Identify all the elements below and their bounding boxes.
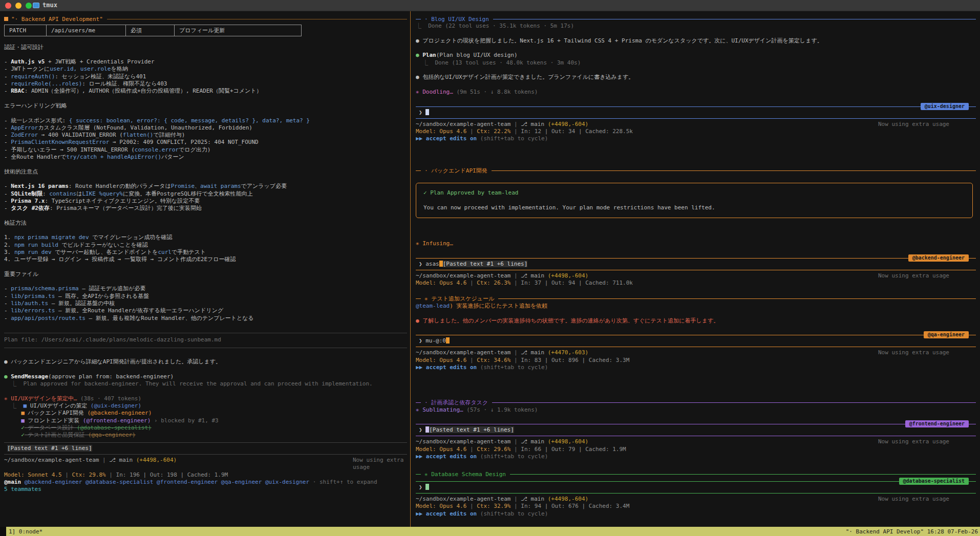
team-lead-output: 認証・認可設計- Auth.js v5 + JWT戦略 + Credential… — [4, 36, 407, 439]
terminal-line: Model: Opus 4.6 | Ctx: 34.6% | In: 83 | … — [416, 357, 976, 364]
agent-input-frontend-engineer[interactable]: @frontend-engineer ❯ [Pasted text #1 +6 … — [416, 424, 976, 436]
extra-usage-note: Now using extra usage — [878, 438, 976, 445]
terminal-line: ● プロジェクトの現状を把握しました。Next.js 16 + Tailwind… — [416, 37, 976, 45]
agent-input-database-specialist[interactable]: @database-specialist ❯ — [416, 481, 976, 494]
terminal-line: 3. npm run dev でサーバー起動し、各エンドポイントをcurlで手動… — [4, 249, 407, 256]
agent-accept-line[interactable]: ▶▶ accept edits on (shift+tab to cycle) — [416, 453, 976, 460]
terminal-line — [4, 366, 407, 373]
terminal-line: ✳ Infusing… — [416, 240, 976, 247]
terminal-line: ❯ — [419, 109, 976, 116]
terminal-line: You can now proceed with implementation.… — [423, 204, 965, 211]
window-title: tmux — [42, 2, 57, 9]
terminal-line — [4, 388, 407, 395]
terminal-line: Model: Opus 4.6 | Ctx: 29.6% | In: 66 | … — [416, 446, 976, 453]
terminal-line — [416, 325, 976, 332]
pane-title-plan-approval: · 計画承認と依存タスク — [416, 399, 976, 406]
terminal-line — [4, 227, 407, 234]
pane-team-lead[interactable]: "· Backend API Development" PATCH /api/u… — [0, 11, 410, 527]
minimize-button[interactable] — [15, 3, 22, 9]
terminal-icon — [33, 3, 39, 8]
terminal-line: ▶▶ accept edits on (shift+tab to cycle) — [416, 135, 976, 142]
terminal-line: - タスク #2依存: Prismaスキーマ（データベース設計）完了後に実装開始 — [4, 205, 407, 212]
agent-input-backend-engineer[interactable]: @backend-engineer ❯ asas[Pasted text #1 … — [416, 258, 976, 270]
team-lead-input[interactable]: [Pasted text #1 +6 lines] — [4, 442, 407, 455]
agent-pane-qa-engineer: ✳ テスト追加スケジュール @team-lead) 実装進捗に応じたテスト追加を… — [416, 295, 976, 372]
pane-title-database-schema: ✳ Database Schema Design — [416, 470, 976, 478]
terminal-line: 重要ファイル — [4, 271, 407, 278]
agent-output — [416, 175, 976, 182]
terminal-line: ● Plan(Plan blog UI/UX design) — [416, 52, 976, 59]
agent-badge-uix-designer: @uix-designer — [921, 103, 969, 110]
agent-model-line: Model: Opus 4.6 | Ctx: 29.6% | In: 66 | … — [416, 446, 976, 453]
terminal-line — [4, 278, 407, 285]
terminal-line: 4. ユーザー登録 → ログイン → 投稿作成 → 一覧取得 → コメント作成の… — [4, 256, 407, 263]
terminal-line — [4, 110, 407, 117]
agent-badge-qa-engineer: @qa-engineer — [924, 331, 969, 338]
terminal-line — [416, 45, 976, 52]
terminal-line: Plan file: /Users/asai/.claude/plans/mel… — [4, 336, 407, 344]
terminal-line: - prisma/schema.prisma — 認証モデル追加が必要 — [4, 285, 407, 292]
terminal-line: Model: Opus 4.6 | Ctx: 26.3% | In: 37 | … — [416, 280, 976, 287]
terminal-line: ✳ Sublimating… (57s · ↓ 1.9k tokens) — [416, 406, 976, 414]
terminal-line — [4, 212, 407, 219]
terminal-line — [416, 96, 976, 103]
pane-title-backend-dev: · バックエンドAPI開発 — [416, 167, 976, 175]
agent-statusline: ~/sandbox/example-agent-team | ⎇ main (+… — [416, 121, 976, 128]
tmux-status-bar: 1] 0:node* "· Backend API Develop" 16:28… — [0, 527, 980, 536]
terminal-line: ■ バックエンドAPI開発 (@backend-engineer) — [4, 410, 407, 417]
agent-panes-column: · Blog UI/UX Design ⎿ Done (22 tool uses… — [411, 11, 980, 527]
terminal-line — [416, 175, 976, 182]
terminal-line: ▶▶ accept edits on (shift+tab to cycle) — [416, 453, 976, 460]
zoom-button[interactable] — [26, 3, 32, 9]
terminal-line: - PrismaClientKnownRequestError → P2002:… — [4, 139, 407, 146]
terminal-line — [4, 36, 407, 44]
terminal-line: - SQLite制限: containsはLIKE %query%に変換。本番P… — [4, 190, 407, 198]
terminal-line: ● バックエンドエンジニアから詳細なAPI開発計画が提出されました。承認します。 — [4, 358, 407, 366]
tmux-window-list[interactable]: 1] 0:node* — [9, 528, 42, 535]
terminal-line: ✳ Doodling… (9m 51s · ↓ 8.8k tokens) — [416, 89, 976, 96]
terminal-line: - lib/errors.ts — 新規。全Route Handlerが依存する… — [4, 307, 407, 314]
terminal-line: 1. npx prisma migrate dev でマイグレーション成功を確認 — [4, 234, 407, 241]
terminal-line: ~/sandbox/example-agent-team | ⎇ main (+… — [416, 438, 588, 445]
terminal-line: ~/sandbox/example-agent-team | ⎇ main (+… — [416, 496, 588, 503]
terminal-line: ✓ データベース設計 (@database-specialist) — [4, 424, 407, 432]
terminal-line — [4, 329, 407, 336]
terminal-line — [4, 176, 407, 183]
agent-output: ✳ Infusing… — [416, 218, 976, 254]
terminal-line: - 予期しないエラー → 500 INTERNAL_ERROR (console… — [4, 146, 407, 154]
terminal-line: ~/sandbox/example-agent-team | ⎇ main (+… — [4, 457, 177, 464]
pane-title-test-schedule: ✳ テスト追加スケジュール — [416, 295, 976, 303]
terminal-line: - lib/prisma.ts — 既存。全APIから参照される基盤 — [4, 293, 407, 300]
status-session-chip — [0, 527, 6, 536]
terminal-line — [416, 81, 976, 89]
terminal-line: ⎿ Plan approved for backend-engineer. Th… — [4, 380, 407, 388]
pane-marker-icon — [4, 17, 8, 21]
terminal-line: ❯ asas[Pasted text #1 +6 lines] — [419, 261, 976, 268]
team-lead-mentions: @main @backend-engineer @database-specia… — [4, 479, 407, 486]
terminal-line — [416, 30, 976, 37]
agent-accept-line[interactable]: ▶▶ accept edits on (shift+tab to cycle) — [416, 135, 976, 142]
agent-badge-frontend-engineer: @frontend-engineer — [905, 420, 969, 427]
terminal-line: - AppErrorカスタムクラス階層 (NotFound, Validatio… — [4, 124, 407, 132]
agent-statusline: ~/sandbox/example-agent-team | ⎇ main (+… — [416, 272, 976, 280]
terminal-line: ✓ テスト計画と品質保証 (@qa-engineer) — [4, 432, 407, 439]
terminal-line: @team-lead) 実装進捗に応じたテスト追加を依頼 — [416, 303, 976, 310]
agent-badge-backend-engineer: @backend-engineer — [908, 254, 969, 262]
terminal-line — [416, 247, 976, 254]
agent-input-uix-designer[interactable]: @uix-designer ❯ — [416, 106, 976, 119]
close-button[interactable] — [5, 3, 11, 9]
terminal-line: 5 teammates — [4, 486, 407, 493]
window-titlebar: tmux — [0, 0, 980, 11]
agent-accept-line[interactable]: ▶▶ accept edits on (shift+tab to cycle) — [416, 510, 976, 518]
terminal-line: 2. npm run build でビルドエラーがないことを確認 — [4, 242, 407, 249]
terminal-line: ▶▶ accept edits on (shift+tab to cycle) — [416, 364, 976, 371]
agent-model-line: Model: Opus 4.6 | Ctx: 34.6% | In: 83 | … — [416, 357, 976, 364]
terminal-line: ● SendMessage(approve plan from: backend… — [4, 373, 407, 380]
terminal-line: ▶▶ accept edits on (shift+tab to cycle) — [416, 510, 976, 518]
agent-accept-line[interactable]: ▶▶ accept edits on (shift+tab to cycle) — [416, 364, 976, 371]
tmux-status-right: "· Backend API Develop" 16:28 07-Feb-26 — [846, 528, 980, 535]
agent-statusline: ~/sandbox/example-agent-team | ⎇ main (+… — [416, 349, 976, 356]
pane-title-blog-uiux: · Blog UI/UX Design — [416, 15, 976, 23]
agent-input-qa-engineer[interactable]: @qa-engineer ❯ mu-@:0 — [416, 335, 976, 347]
terminal-line — [4, 95, 407, 102]
